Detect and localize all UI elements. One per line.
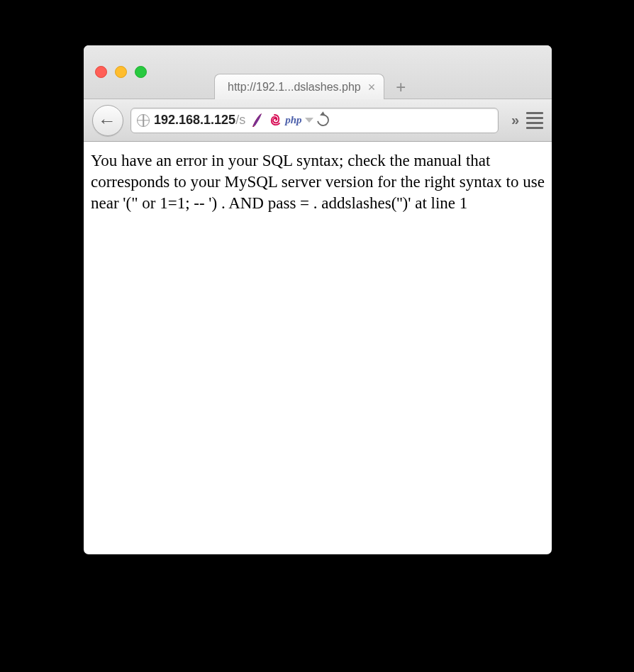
toolbar-right: » [506,112,543,129]
url-host: 192.168.1.125 [154,113,235,127]
toolbar: ← 192.168.1.125/s php » [84,99,552,142]
address-bar-icons: php [250,113,329,128]
close-window-button[interactable] [95,66,107,78]
tab-strip: http://192.1...dslashes.php × + [214,74,411,99]
hamburger-line [526,122,543,124]
apache-feather-icon [250,113,264,128]
address-bar[interactable]: 192.168.1.125/s php [130,108,499,133]
back-arrow-icon: ← [98,111,116,130]
tab-title: http://192.1...dslashes.php [228,81,361,94]
hamburger-line [526,112,543,114]
sql-error-text: You have an error in your SQL syntax; ch… [91,152,545,212]
url-text: 192.168.1.125/s [154,113,245,128]
browser-window: http://192.1...dslashes.php × + ← 192.16… [84,45,552,554]
page-content: You have an error in your SQL syntax; ch… [84,142,552,223]
url-path: /s [235,113,245,127]
dropdown-icon[interactable] [305,118,313,123]
new-tab-button[interactable]: + [390,77,411,98]
debian-swirl-icon [267,113,282,128]
globe-icon [137,114,150,127]
zoom-window-button[interactable] [135,66,147,78]
traffic-lights [84,66,147,78]
hamburger-line [526,127,543,129]
active-tab[interactable]: http://192.1...dslashes.php × [214,74,384,99]
overflow-button[interactable]: » [511,112,515,128]
reload-button[interactable] [315,112,332,129]
back-button[interactable]: ← [92,105,123,136]
close-tab-button[interactable]: × [368,81,376,94]
menu-button[interactable] [526,112,543,129]
titlebar: http://192.1...dslashes.php × + [84,45,552,99]
hamburger-line [526,117,543,119]
minimize-window-button[interactable] [115,66,127,78]
php-icon: php [285,114,301,126]
